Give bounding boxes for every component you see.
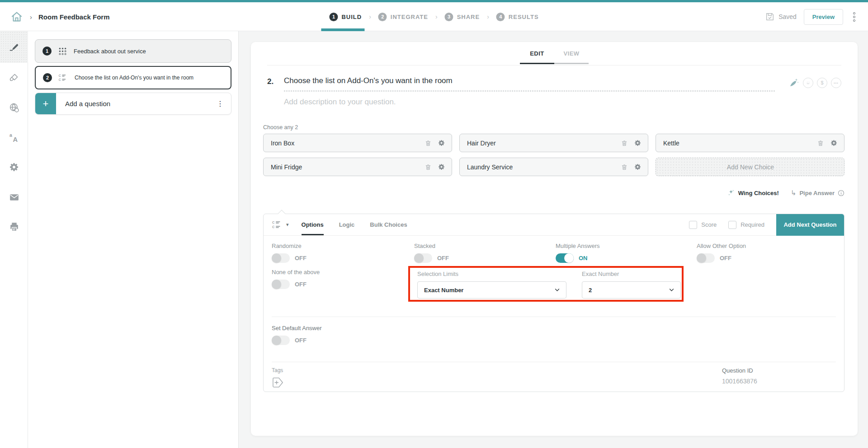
choices-grid: Iron Box Hair Dryer bbox=[263, 134, 844, 176]
select-value: 2 bbox=[589, 287, 669, 294]
score-label: Score bbox=[701, 221, 717, 228]
delete-choice-icon[interactable] bbox=[425, 163, 432, 171]
choice-item[interactable]: Iron Box bbox=[263, 134, 452, 152]
question-id-section: Question ID 1001663876 bbox=[722, 367, 757, 385]
choice-item[interactable]: Kettle bbox=[656, 134, 844, 152]
choice-item[interactable]: Laundry Service bbox=[459, 158, 648, 176]
rail-item-design[interactable] bbox=[0, 63, 28, 93]
options-header-right: Score Required Add Next Question bbox=[689, 214, 844, 235]
tab-view[interactable]: VIEW bbox=[554, 50, 589, 64]
question-title-input[interactable]: Choose the list on Add-On's you want in … bbox=[284, 76, 775, 91]
score-checkbox[interactable]: Score bbox=[689, 221, 717, 229]
tab-bulk-choices[interactable]: Bulk Choices bbox=[370, 214, 407, 235]
more-tools-icon[interactable]: ••• bbox=[831, 78, 841, 88]
randomize-setting: Randomize OFF bbox=[272, 243, 307, 263]
rail-item-print[interactable] bbox=[0, 212, 28, 242]
none-of-above-toggle[interactable] bbox=[272, 280, 290, 289]
selection-limits-select[interactable]: Exact Number bbox=[417, 281, 566, 299]
choice-item[interactable]: Mini Fridge bbox=[263, 158, 452, 176]
step-integrate[interactable]: 2 INTEGRATE bbox=[378, 13, 428, 21]
delete-choice-icon[interactable] bbox=[817, 140, 824, 147]
checkbox-box[interactable] bbox=[728, 221, 736, 229]
add-new-choice-label: Add New Choice bbox=[727, 163, 774, 171]
question-list-item-2-selected[interactable]: 2 CC Choose the list on Add-On's you wan… bbox=[35, 66, 231, 89]
question-options-panel: CC ▾ Options Logic Bulk Choices Score bbox=[263, 214, 844, 392]
question-title-tools: $ ••• bbox=[788, 76, 841, 88]
svg-text:A: A bbox=[13, 135, 18, 143]
divider bbox=[272, 362, 836, 362]
rail-item-integrations[interactable] bbox=[0, 93, 28, 122]
editor-area: EDIT VIEW 2. Choose the list on Add-On's… bbox=[239, 31, 868, 448]
allow-other-setting: Allow Other Option OFF bbox=[697, 243, 746, 263]
step-number-badge: 4 bbox=[496, 13, 505, 21]
choice-settings-gear-icon[interactable] bbox=[830, 139, 838, 147]
emoji-icon[interactable] bbox=[803, 78, 813, 88]
home-icon[interactable] bbox=[10, 10, 24, 23]
sparkles-icon bbox=[727, 189, 735, 197]
add-next-question-button[interactable]: Add Next Question bbox=[776, 214, 844, 236]
choice-settings-gear-icon[interactable] bbox=[438, 163, 445, 171]
required-checkbox[interactable]: Required bbox=[728, 221, 764, 229]
preview-button[interactable]: Preview bbox=[804, 9, 843, 25]
rail-item-email[interactable] bbox=[0, 182, 28, 212]
question-list-item-title: Feedback about out service bbox=[74, 48, 146, 55]
rail-item-settings[interactable] bbox=[0, 152, 28, 182]
options-tabs: Options Logic Bulk Choices bbox=[302, 214, 407, 235]
tool-rail: a A bbox=[0, 31, 28, 448]
question-menu-kebab-icon[interactable]: ⋮ bbox=[209, 99, 231, 108]
rail-item-editor[interactable] bbox=[0, 31, 28, 63]
ai-quill-icon[interactable] bbox=[788, 77, 799, 88]
delete-choice-icon[interactable] bbox=[425, 140, 432, 147]
choice-item[interactable]: Hair Dryer bbox=[459, 134, 648, 152]
set-default-toggle[interactable] bbox=[272, 336, 290, 345]
question-description-placeholder[interactable]: Add description to your question. bbox=[284, 98, 841, 107]
question-list-item-1[interactable]: 1 Feedback about out service bbox=[35, 39, 231, 63]
step-label: SHARE bbox=[457, 14, 480, 20]
currency-icon[interactable]: $ bbox=[817, 78, 827, 88]
pipe-answer-button[interactable]: ↳ Pipe Answer bbox=[791, 189, 844, 197]
add-question-button[interactable]: + Add a question ⋮ bbox=[35, 93, 231, 115]
tab-edit[interactable]: EDIT bbox=[520, 50, 554, 64]
tab-options[interactable]: Options bbox=[302, 214, 324, 235]
step-results[interactable]: 4 RESULTS bbox=[496, 13, 539, 21]
toggle-label: None of the above bbox=[272, 269, 320, 275]
rail-item-language[interactable]: a A bbox=[0, 122, 28, 152]
choice-settings-gear-icon[interactable] bbox=[634, 139, 642, 147]
step-label: INTEGRATE bbox=[391, 14, 428, 20]
exact-number-select[interactable]: 2 bbox=[582, 281, 681, 299]
wing-choices-label: Wing Choices! bbox=[738, 190, 779, 196]
selection-limits-highlight-box: Selection Limits Exact Number Exact Numb… bbox=[408, 266, 684, 302]
more-options-icon[interactable] bbox=[850, 9, 858, 24]
allow-other-toggle[interactable] bbox=[697, 253, 715, 263]
none-of-above-setting: None of the above OFF bbox=[272, 269, 320, 289]
breadcrumb-chevron-icon: › bbox=[30, 13, 32, 21]
save-icon bbox=[765, 12, 775, 22]
chevron-down-icon bbox=[555, 288, 560, 292]
delete-choice-icon[interactable] bbox=[621, 140, 628, 147]
chevron-down-icon: ▾ bbox=[286, 222, 289, 228]
pipe-arrow-icon: ↳ bbox=[791, 189, 797, 197]
delete-choice-icon[interactable] bbox=[621, 163, 628, 171]
question-type-selector[interactable]: CC ▾ bbox=[264, 220, 295, 229]
choice-settings-gear-icon[interactable] bbox=[438, 139, 445, 147]
question-number: 2. bbox=[267, 76, 284, 86]
toggle-state: OFF bbox=[295, 255, 307, 261]
edit-view-tabs: EDIT VIEW bbox=[520, 50, 589, 64]
step-build[interactable]: 1 BUILD bbox=[329, 13, 362, 21]
multiple-answers-toggle[interactable] bbox=[556, 253, 574, 263]
wing-choices-button[interactable]: Wing Choices! bbox=[727, 189, 779, 197]
step-number-badge: 2 bbox=[378, 13, 387, 21]
choice-settings-gear-icon[interactable] bbox=[634, 163, 642, 171]
info-icon bbox=[838, 190, 844, 196]
stacked-toggle[interactable] bbox=[414, 253, 432, 263]
add-new-choice-button[interactable]: Add New Choice bbox=[656, 158, 844, 176]
step-share[interactable]: 3 SHARE bbox=[445, 13, 480, 21]
choice-tools-row: Wing Choices! ↳ Pipe Answer bbox=[727, 189, 844, 197]
multichoice-question-icon: CC bbox=[58, 74, 68, 82]
exact-number-field: Exact Number 2 bbox=[582, 271, 681, 299]
randomize-toggle[interactable] bbox=[272, 253, 290, 263]
checkbox-box[interactable] bbox=[689, 221, 697, 229]
add-tag-button[interactable] bbox=[272, 377, 284, 388]
marker-pen-icon bbox=[9, 42, 19, 52]
tab-logic[interactable]: Logic bbox=[339, 214, 355, 235]
